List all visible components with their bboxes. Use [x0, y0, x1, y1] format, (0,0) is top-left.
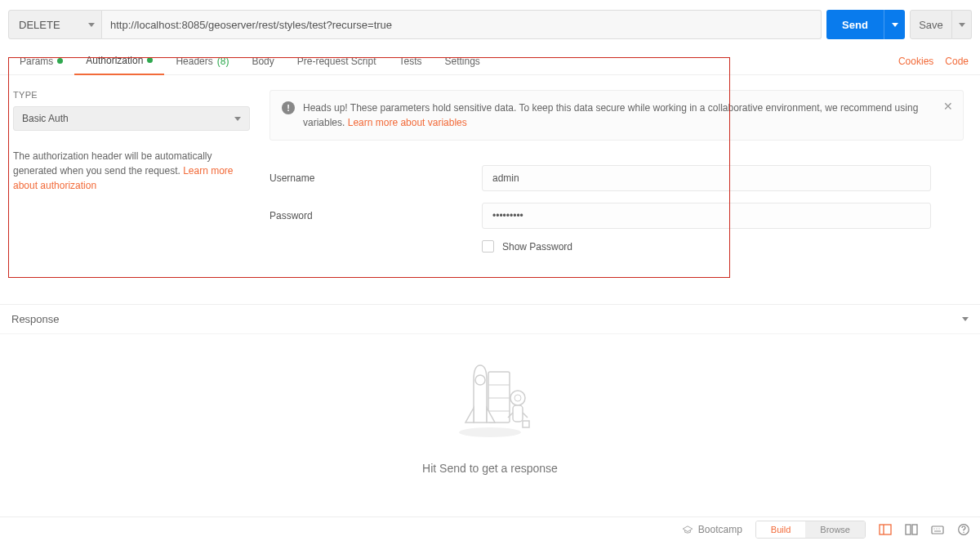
auth-type-label: TYPE [13, 90, 258, 100]
username-input[interactable] [482, 165, 931, 191]
request-tabs: Params Authorization Headers (8) Body Pr… [0, 47, 980, 75]
svg-line-10 [523, 413, 528, 418]
svg-point-5 [475, 375, 485, 385]
response-body: Hit Send to get a response [0, 334, 980, 498]
response-title: Response [11, 313, 60, 325]
tab-prerequest[interactable]: Pre-request Script [286, 47, 388, 75]
caret-down-icon [234, 117, 241, 121]
send-dropdown-button[interactable] [884, 10, 905, 39]
build-tab[interactable]: Build [756, 521, 805, 538]
status-dot-icon [147, 57, 153, 63]
response-header[interactable]: Response [0, 304, 980, 334]
bootcamp-link[interactable]: Bootcamp [682, 524, 742, 535]
tab-params[interactable]: Params [8, 47, 74, 75]
svg-rect-11 [523, 421, 529, 427]
caret-down-icon [959, 23, 965, 27]
password-input[interactable] [482, 203, 931, 229]
build-browse-toggle: Build Browse [755, 521, 866, 539]
show-password-label: Show Password [502, 241, 572, 253]
auth-help-text: The authorization header will be automat… [13, 149, 258, 193]
svg-rect-14 [906, 525, 911, 534]
caret-down-icon [962, 317, 969, 321]
svg-point-18 [936, 528, 937, 529]
http-method-value: DELETE [19, 19, 60, 31]
browse-tab[interactable]: Browse [805, 521, 865, 538]
status-dot-icon [57, 58, 63, 64]
info-icon: ! [282, 101, 295, 114]
status-bar: Bootcamp Build Browse [0, 516, 980, 541]
password-label: Password [270, 210, 482, 221]
help-icon[interactable] [957, 523, 970, 536]
graduation-cap-icon [682, 525, 693, 534]
two-pane-icon[interactable] [905, 523, 918, 536]
request-url-input[interactable] [102, 10, 822, 39]
save-button[interactable]: Save [910, 10, 952, 39]
keyboard-shortcuts-icon[interactable] [931, 523, 944, 536]
save-dropdown-button[interactable] [952, 10, 972, 39]
svg-rect-8 [513, 405, 523, 422]
sensitive-data-alert: ! Heads up! These parameters hold sensit… [270, 90, 964, 141]
cookies-link[interactable]: Cookies [898, 56, 933, 67]
show-password-checkbox[interactable] [482, 240, 494, 253]
caret-down-icon [892, 23, 898, 27]
svg-line-9 [508, 413, 513, 418]
close-icon[interactable]: ✕ [943, 101, 953, 112]
svg-rect-15 [912, 525, 917, 534]
code-link[interactable]: Code [945, 56, 969, 67]
svg-rect-16 [932, 526, 943, 534]
svg-rect-12 [880, 525, 891, 534]
response-empty-message: Hit Send to get a response [422, 462, 558, 475]
username-label: Username [270, 172, 482, 184]
tab-tests[interactable]: Tests [387, 47, 433, 75]
learn-more-variables-link[interactable]: Learn more about variables [348, 117, 467, 128]
svg-point-22 [963, 531, 964, 532]
auth-type-select[interactable]: Basic Auth [13, 106, 250, 131]
tab-authorization[interactable]: Authorization [74, 47, 164, 75]
send-button[interactable]: Send [826, 10, 884, 39]
caret-down-icon [88, 23, 95, 27]
tab-settings[interactable]: Settings [434, 47, 492, 75]
tab-headers[interactable]: Headers (8) [164, 47, 240, 75]
http-method-select[interactable]: DELETE [8, 10, 102, 39]
svg-rect-1 [488, 372, 510, 423]
tab-body[interactable]: Body [240, 47, 285, 75]
svg-point-17 [933, 528, 934, 529]
svg-point-6 [510, 391, 525, 405]
rocket-illustration-icon [441, 357, 539, 439]
single-pane-icon[interactable] [879, 523, 892, 536]
auth-type-value: Basic Auth [22, 113, 69, 124]
svg-point-0 [459, 427, 521, 437]
svg-point-19 [938, 528, 939, 529]
